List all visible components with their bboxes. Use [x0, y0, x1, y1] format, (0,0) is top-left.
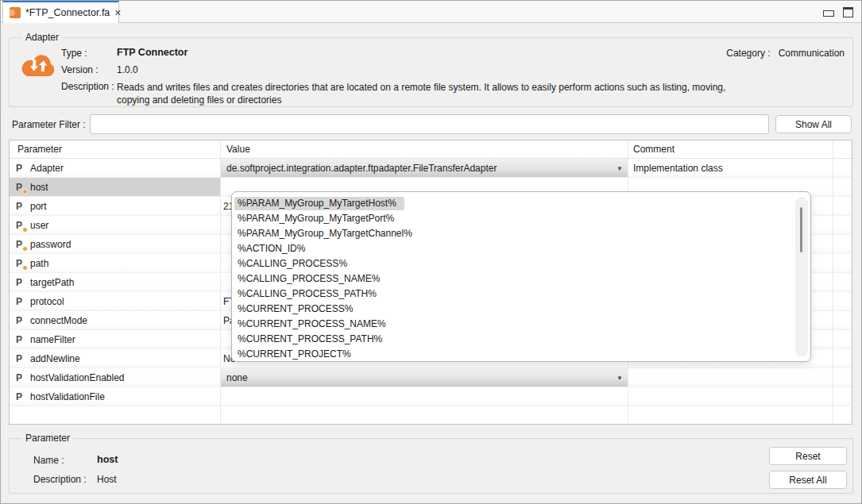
parameter-name: addNewline: [30, 353, 80, 364]
parameter-name: targetPath: [30, 277, 74, 288]
dropdown-arrow-icon[interactable]: ▼: [617, 374, 623, 381]
popup-scrollbar[interactable]: [795, 197, 808, 356]
dropdown-item[interactable]: %CALLING_PROCESS_PATH%: [232, 287, 810, 302]
reset-all-button[interactable]: Reset All: [769, 471, 847, 489]
value-cell[interactable]: none▼: [220, 368, 628, 387]
dropdown-item[interactable]: %PARAM_MyGroup_MyTargetPort%: [232, 211, 810, 226]
ftp-file-icon: [10, 7, 21, 18]
dropdown-arrow-icon[interactable]: ▼: [617, 164, 623, 171]
column-header-parameter[interactable]: Parameter: [10, 140, 220, 158]
filler-cell: [833, 216, 852, 234]
parameter-cell[interactable]: PAdapter: [10, 159, 220, 177]
parameter-cell[interactable]: PconnectMode: [10, 311, 220, 329]
reset-button[interactable]: Reset: [769, 447, 847, 465]
dropdown-item[interactable]: %CURRENT_PROCESS%: [232, 302, 810, 317]
parameter-cell[interactable]: PtargetPath: [10, 273, 220, 291]
tab-close-icon[interactable]: ×: [114, 7, 121, 18]
comment-cell: Implementation class: [628, 159, 833, 177]
value-text: de.softproject.integration.adapter.ftpad…: [226, 163, 497, 174]
maximize-icon[interactable]: [843, 7, 853, 17]
variable-suggestions-list: %PARAM_MyGroup_MyTargetHost%%PARAM_MyGro…: [232, 196, 810, 362]
parameter-name: connectMode: [30, 315, 87, 326]
parameter-cell[interactable]: Ppath: [10, 254, 220, 272]
comment-cell: [628, 368, 833, 387]
filler-cell: [833, 159, 852, 177]
parameter-cell[interactable]: Pport: [10, 197, 220, 215]
parameter-icon: P: [16, 258, 25, 269]
type-value: FTP Connector: [117, 47, 187, 58]
parameter-icon-letter: P: [16, 391, 22, 402]
filler-cell: [833, 178, 852, 196]
tab-title: *FTP_Connector.fa: [25, 7, 110, 18]
detail-description-value: Host: [97, 474, 117, 485]
parameter-cell[interactable]: Puser: [10, 216, 220, 234]
version-value: 1.0.0: [117, 64, 138, 75]
dropdown-item[interactable]: %PARAM_MyGroup_MyTargetHost%: [232, 196, 810, 211]
tab-ftp-connector[interactable]: *FTP_Connector.fa ×: [2, 1, 119, 23]
dropdown-item[interactable]: %CURRENT_PROCESS_PATH%: [232, 332, 810, 347]
dropdown-item-text: %CALLING_PROCESS_PATH%: [234, 287, 385, 301]
table-row[interactable]: PhostValidationEnablednone▼: [10, 368, 852, 387]
dropdown-item-text: %PARAM_MyGroup_MyTargetChannel%: [234, 227, 420, 240]
parameter-filter-input[interactable]: [90, 114, 769, 134]
dropdown-item[interactable]: %CURRENT_PROJECT%: [232, 347, 810, 362]
parameter-detail-group-label: Parameter: [22, 433, 73, 444]
parameter-icon: P: [16, 182, 25, 193]
dropdown-item[interactable]: %CALLING_PROCESS%: [232, 256, 810, 271]
parameter-icon: P: [16, 315, 25, 326]
cloud-sync-icon: [19, 50, 59, 83]
filler-cell: [833, 292, 852, 310]
parameter-cell[interactable]: Pprotocol: [10, 292, 220, 310]
parameter-name: Adapter: [30, 163, 64, 174]
value-cell[interactable]: de.softproject.integration.adapter.ftpad…: [220, 159, 628, 177]
type-label: Type :: [61, 48, 87, 59]
minimize-icon[interactable]: [823, 10, 834, 17]
parameter-icon: P: [16, 163, 25, 174]
dropdown-item[interactable]: %CURRENT_PROCESS_NAME%: [232, 317, 810, 332]
value-cell[interactable]: [220, 387, 628, 406]
dropdown-item-text: %PARAM_MyGroup_MyTargetHost%: [234, 197, 404, 210]
tab-bar: *FTP_Connector.fa ×: [1, 1, 861, 23]
category-value: Communication: [779, 48, 845, 59]
dropdown-item-text: %CURRENT_PROCESS_PATH%: [234, 333, 390, 346]
required-warning-badge-icon: [22, 246, 28, 252]
column-header-comment[interactable]: Comment: [628, 140, 833, 158]
parameter-icon-letter: P: [16, 239, 22, 250]
dropdown-item-text: %CALLING_PROCESS_NAME%: [234, 272, 388, 286]
dropdown-item[interactable]: %ACTION_ID%: [232, 241, 810, 256]
parameter-cell[interactable]: Phost: [10, 178, 220, 196]
parameter-cell[interactable]: PhostValidationFile: [10, 387, 220, 406]
parameter-icon-letter: P: [16, 163, 22, 174]
category-label: Category :: [726, 48, 770, 59]
required-warning-badge-icon: [22, 265, 28, 271]
parameter-name: nameFilter: [30, 334, 75, 345]
parameter-detail-group: Parameter Name : host Description : Host…: [9, 438, 853, 494]
table-row[interactable]: PhostValidationFile: [10, 387, 852, 406]
variable-suggestions-popup: %PARAM_MyGroup_MyTargetHost%%PARAM_MyGro…: [231, 191, 811, 362]
parameter-cell[interactable]: Ppassword: [10, 235, 220, 253]
parameter-cell[interactable]: PnameFilter: [10, 330, 220, 348]
parameter-icon: P: [16, 277, 25, 288]
show-all-button[interactable]: Show All: [775, 115, 852, 133]
dropdown-item[interactable]: %PARAM_MyGroup_MyTargetChannel%: [232, 226, 810, 241]
dropdown-item[interactable]: %CALLING_PROCESS_NAME%: [232, 271, 810, 287]
parameter-cell[interactable]: PhostValidationEnabled: [10, 368, 220, 387]
filler-cell: [833, 368, 852, 387]
parameter-name: hostValidationFile: [30, 391, 105, 402]
column-header-value[interactable]: Value: [220, 140, 628, 158]
table-row[interactable]: PAdapterde.softproject.integration.adapt…: [10, 159, 852, 178]
filler-cell: [833, 273, 852, 291]
detail-name-label: Name :: [33, 455, 64, 466]
filler-cell: [833, 235, 852, 253]
parameter-icon-letter: P: [16, 353, 22, 364]
table-header: Parameter Value Comment: [10, 140, 852, 159]
description-label: Description :: [61, 81, 114, 92]
required-warning-badge-icon: [22, 227, 28, 233]
filler-cell: [833, 311, 852, 329]
parameter-icon-letter: P: [16, 182, 22, 193]
adapter-editor-window: *FTP_Connector.fa × Adapter Type : FTP C…: [0, 0, 862, 504]
parameter-cell[interactable]: PaddNewline: [10, 349, 220, 367]
parameter-name: port: [30, 201, 47, 212]
popup-scrollbar-thumb[interactable]: [800, 207, 802, 252]
parameter-name: password: [30, 239, 71, 250]
